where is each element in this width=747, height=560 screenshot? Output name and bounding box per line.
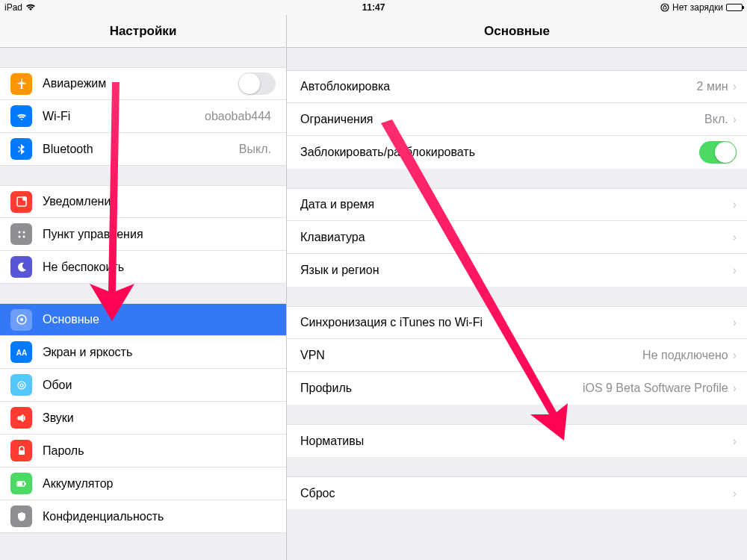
sidebar-item-label: Конфиденциальность bbox=[43, 510, 276, 523]
sidebar-item-airplane[interactable]: Авиарежим bbox=[0, 67, 286, 100]
chevron-right-icon: › bbox=[733, 382, 737, 395]
detail-row-label: Автоблокировка bbox=[300, 80, 697, 93]
detail-row-label: Нормативы bbox=[300, 435, 733, 448]
sidebar-item-display[interactable]: AA Экран и яркость bbox=[0, 336, 286, 369]
sidebar-item-label: Bluetooth bbox=[43, 143, 239, 156]
sidebar-item-control-center[interactable]: Пункт управления bbox=[0, 218, 286, 251]
chevron-right-icon: › bbox=[733, 264, 737, 277]
detail-row-label: Заблокировать/разблокировать bbox=[300, 146, 699, 159]
chevron-right-icon: › bbox=[733, 80, 737, 93]
detail-row-label: Дата и время bbox=[300, 198, 733, 211]
detail-row-value: 2 мин bbox=[697, 80, 728, 93]
sidebar-title: Настройки bbox=[0, 15, 286, 48]
detail-pane: Основные Автоблокировка 2 мин › Ограниче… bbox=[287, 15, 747, 560]
sidebar-item-battery[interactable]: Аккумулятор bbox=[0, 467, 286, 500]
detail-title: Основные bbox=[287, 15, 747, 48]
sidebar-item-value: Выкл. bbox=[239, 143, 271, 156]
detail-row-vpn[interactable]: VPN Не подключено › bbox=[287, 339, 747, 372]
detail-row-reset[interactable]: Сброс › bbox=[287, 476, 747, 509]
lock-icon bbox=[10, 440, 32, 461]
sidebar-list[interactable]: Авиарежим Wi-Fi obaobab444 Bluetooth Вык… bbox=[0, 48, 286, 560]
airplane-icon bbox=[10, 73, 32, 95]
detail-list[interactable]: Автоблокировка 2 мин › Ограничения Вкл. … bbox=[287, 48, 747, 560]
orientation-lock-icon bbox=[660, 3, 669, 12]
sidebar-item-wallpaper[interactable]: Обои bbox=[0, 369, 286, 402]
sidebar-item-label: Обои bbox=[43, 379, 276, 392]
sidebar-item-wifi[interactable]: Wi-Fi obaobab444 bbox=[0, 100, 286, 133]
sidebar-item-label: Уведомления bbox=[43, 195, 276, 208]
svg-point-0 bbox=[661, 4, 669, 11]
airplane-toggle[interactable] bbox=[238, 72, 276, 95]
sidebar-group: Уведомления Пункт управления Не беспокои… bbox=[0, 185, 286, 284]
detail-row-value: Вкл. bbox=[704, 113, 728, 126]
sidebar-group: Основные AA Экран и яркость Обои bbox=[0, 303, 286, 533]
sidebar-item-label: Аккумулятор bbox=[43, 477, 276, 491]
detail-row-autolock[interactable]: Автоблокировка 2 мин › bbox=[287, 70, 747, 103]
detail-row-regulatory[interactable]: Нормативы › bbox=[287, 424, 747, 457]
wifi-settings-icon bbox=[10, 105, 32, 127]
chevron-right-icon: › bbox=[733, 198, 737, 211]
detail-group: Нормативы › bbox=[287, 424, 747, 457]
detail-row-language[interactable]: Язык и регион › bbox=[287, 254, 747, 287]
detail-row-itunes-sync[interactable]: Синхронизация с iTunes по Wi-Fi › bbox=[287, 306, 747, 339]
svg-text:AA: AA bbox=[16, 349, 26, 357]
privacy-icon bbox=[10, 505, 32, 527]
sidebar-item-label: Авиарежим bbox=[43, 77, 238, 90]
detail-row-label: Синхронизация с iTunes по Wi-Fi bbox=[300, 316, 733, 329]
notifications-icon bbox=[10, 191, 32, 213]
svg-point-2 bbox=[22, 196, 27, 201]
svg-rect-15 bbox=[18, 482, 22, 485]
battery-settings-icon bbox=[10, 473, 32, 494]
detail-row-lock-unlock[interactable]: Заблокировать/разблокировать bbox=[287, 136, 747, 169]
svg-point-6 bbox=[22, 235, 25, 237]
sidebar-item-label: Пароль bbox=[43, 444, 276, 458]
sidebar-item-label: Wi-Fi bbox=[43, 110, 205, 123]
clock: 11:47 bbox=[362, 2, 385, 13]
wallpaper-icon bbox=[10, 374, 32, 396]
svg-rect-12 bbox=[19, 450, 25, 455]
sidebar-item-bluetooth[interactable]: Bluetooth Выкл. bbox=[0, 133, 286, 166]
gear-icon bbox=[10, 309, 32, 331]
sidebar-item-general[interactable]: Основные bbox=[0, 303, 286, 336]
detail-row-label: Клавиатура bbox=[300, 231, 733, 244]
svg-rect-14 bbox=[25, 483, 26, 485]
sidebar-item-label: Основные bbox=[43, 313, 276, 326]
detail-group: Синхронизация с iTunes по Wi-Fi › VPN Не… bbox=[287, 306, 747, 405]
sidebar-item-label: Экран и яркость bbox=[43, 346, 276, 359]
battery-icon bbox=[726, 4, 743, 11]
svg-point-5 bbox=[18, 235, 20, 237]
chevron-right-icon: › bbox=[733, 487, 737, 500]
detail-row-restrictions[interactable]: Ограничения Вкл. › bbox=[287, 103, 747, 136]
sidebar-item-label: Звуки bbox=[43, 411, 276, 425]
detail-row-date-time[interactable]: Дата и время › bbox=[287, 188, 747, 221]
sidebar-item-dnd[interactable]: Не беспокоить bbox=[0, 251, 286, 284]
wifi-icon bbox=[25, 4, 36, 11]
detail-row-label: Сброс bbox=[300, 487, 733, 500]
detail-group: Дата и время › Клавиатура › Язык и регио… bbox=[287, 188, 747, 287]
detail-row-value: iOS 9 Beta Software Profile bbox=[583, 382, 728, 395]
sidebar-item-label: Пункт управления bbox=[43, 228, 276, 241]
sidebar-item-sounds[interactable]: Звуки bbox=[0, 402, 286, 435]
detail-row-keyboard[interactable]: Клавиатура › bbox=[287, 221, 747, 254]
detail-group: Автоблокировка 2 мин › Ограничения Вкл. … bbox=[287, 70, 747, 169]
chevron-right-icon: › bbox=[733, 349, 737, 362]
svg-point-4 bbox=[22, 231, 25, 233]
detail-row-profile[interactable]: Профиль iOS 9 Beta Software Profile › bbox=[287, 372, 747, 405]
sidebar-item-passcode[interactable]: Пароль bbox=[0, 435, 286, 467]
chevron-right-icon: › bbox=[733, 231, 737, 244]
chevron-right-icon: › bbox=[733, 435, 737, 448]
svg-point-3 bbox=[18, 231, 20, 233]
sidebar-group: Авиарежим Wi-Fi obaobab444 Bluetooth Вык… bbox=[0, 67, 286, 166]
detail-row-label: Язык и регион bbox=[300, 264, 733, 277]
detail-row-value: Не подключено bbox=[642, 349, 728, 362]
lock-unlock-toggle[interactable] bbox=[699, 141, 737, 164]
sidebar-item-notifications[interactable]: Уведомления bbox=[0, 185, 286, 218]
sidebar-item-privacy[interactable]: Конфиденциальность bbox=[0, 500, 286, 533]
chevron-right-icon: › bbox=[733, 113, 737, 126]
device-label: iPad bbox=[4, 2, 22, 13]
sidebar-item-label: Не беспокоить bbox=[43, 261, 276, 274]
detail-row-label: Профиль bbox=[300, 382, 583, 395]
settings-sidebar: Настройки Авиарежим Wi-Fi obaobab444 bbox=[0, 15, 287, 560]
dnd-icon bbox=[10, 256, 32, 278]
chevron-right-icon: › bbox=[733, 316, 737, 329]
